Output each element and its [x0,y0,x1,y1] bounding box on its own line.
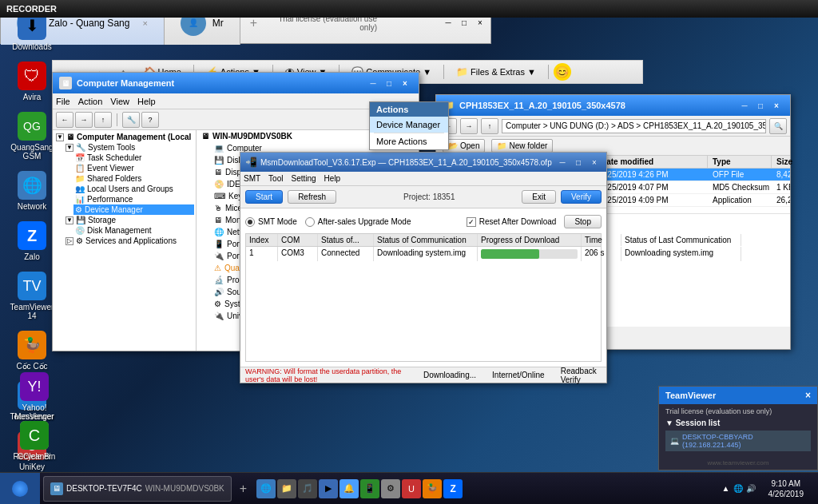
dt-aftersales-mode[interactable]: After-sales Upgrade Mode [305,217,411,227]
zalo-window-controls: ─ □ × [441,17,490,30]
address-path[interactable]: Computer > UNG DUNG (D:) > ADS > CPH1853… [502,119,766,133]
tree-expand-root[interactable]: ▼ [56,133,64,141]
download-tool-icon: 📲 [245,157,257,168]
download-tool-menubar: SMT Tool Setting Help [240,172,606,186]
dt-menu-setting[interactable]: Setting [291,174,316,183]
taskbar-app8-icon[interactable]: U [402,479,421,498]
tree-shared-folders[interactable]: 📁Shared Folders [73,173,194,184]
dt-menu-help[interactable]: Help [324,174,341,183]
taskbar-app4-icon[interactable]: ▶ [319,479,338,498]
desktop-icon-ccleaner[interactable]: C CCleaner [6,418,62,464]
tree-storage[interactable]: ▼ 💾 Storage [64,215,194,225]
tb-forward[interactable]: → [75,112,93,128]
dt-maximize[interactable]: □ [571,156,586,169]
dt-reset-checkbox[interactable]: ✓ [467,217,476,227]
zalo-tab-close-1[interactable]: × [142,18,147,28]
tree-device-manager[interactable]: ⚙Device Manager [73,204,194,215]
comp-mgmt-maximize[interactable]: □ [382,77,396,89]
dt-minimize[interactable]: ─ [555,156,570,169]
taskbar-app9-icon[interactable]: 🦆 [423,479,442,498]
avira-icon-label: Avira [23,93,42,101]
dt-start-btn[interactable]: Start [245,190,283,204]
tree-expand-system[interactable]: ▼ [66,144,73,152]
comp-mgmt-tree[interactable]: ▼ 🖥 Computer Management (Local ▼ 🔧 Syste… [53,130,197,351]
actions-panel-device-manager[interactable]: Device Manager [370,117,448,133]
taskbar-app3-icon[interactable]: 🎵 [298,479,317,498]
dt-menu-smt[interactable]: SMT [244,174,260,183]
teamviewer14-icon-label: TeamViewer 14 [7,303,57,320]
fe-maximize[interactable]: □ [753,99,768,112]
fe-minimize[interactable]: ─ [737,99,752,112]
tree-task-scheduler[interactable]: 📅Task Scheduler [73,153,194,163]
fe-open-btn[interactable]: 📂 Open [443,139,485,153]
taskbar-app6-icon[interactable]: 📱 [360,479,379,498]
qgsm-icon: QG [18,112,46,141]
taskbar-newtab[interactable]: + [233,482,253,496]
tree-services-apps[interactable]: ▷ ⚙ Services and Applications [64,236,194,246]
dt-status-downloading: Downloading... [423,371,476,379]
files-extras-btn[interactable]: 📁 Files & Extras ▼ [449,64,543,80]
tree-performance[interactable]: 📊Performance [73,194,194,204]
tree-expand-services[interactable]: ▷ [66,237,73,245]
actions-panel-more[interactable]: More Actions [370,133,448,149]
tv-session-item[interactable]: 💻 DESKTOP-CBBYARD (192.168.221.445) [665,431,811,451]
taskbar-time[interactable]: 9:10 AM 4/26/2019 [762,478,811,499]
dt-exit-btn[interactable]: Exit [522,190,556,204]
comp-mgmt-menu-action[interactable]: Action [78,97,103,106]
dt-smt-radio[interactable] [245,217,255,227]
comp-mgmt-menu-help[interactable]: Help [137,97,156,106]
comp-mgmt-menu-file[interactable]: File [56,97,70,106]
tb-properties[interactable]: 🔧 [122,112,140,128]
fe-close[interactable]: × [769,99,784,112]
comp-mgmt-close[interactable]: × [398,77,412,89]
smiley-btn[interactable]: 😊 [554,63,571,81]
separator-5 [548,65,549,79]
comp-mgmt-menu-view[interactable]: View [110,97,129,106]
tree-local-users[interactable]: 👥Local Users and Groups [73,184,194,194]
tree-disk-mgmt[interactable]: 💿Disk Management [73,225,194,236]
zalo-close-btn[interactable]: × [473,17,487,30]
col-size[interactable]: Size [772,156,818,168]
tree-event-viewer[interactable]: 📋Event Viewer [73,163,194,173]
zalo-maximize-btn[interactable]: □ [457,17,471,30]
dt-menu-tool[interactable]: Tool [268,174,283,183]
dt-aftersales-radio[interactable] [305,217,315,227]
tree-expand-storage[interactable]: ▼ [66,216,73,224]
zalo-minimize-btn[interactable]: ─ [441,17,455,30]
tree-system-tools[interactable]: ▼ 🔧 System Tools [64,142,194,153]
col-modified[interactable]: Date modified [596,156,708,168]
fe-search[interactable]: 🔍 [769,118,787,134]
fe-up[interactable]: ↑ [481,118,498,134]
taskbar-items: 🖥 DESKTOP-TEV7F4C WIN-MU9DMDVS0BK + 🌐 📁 … [40,473,716,504]
col-type[interactable]: Type [708,156,772,168]
taskbar-explorer-icon[interactable]: 📁 [277,479,296,498]
taskbar-item-desktop1[interactable]: 🖥 DESKTOP-TEV7F4C WIN-MU9DMDVS0BK [43,476,232,502]
dt-reset-option[interactable]: ✓ Reset After Download [467,217,557,227]
dt-stop-btn[interactable]: Stop [564,215,602,228]
dt-close[interactable]: × [587,156,602,169]
dt-smt-mode[interactable]: SMT Mode [245,217,297,227]
tray-up-arrow[interactable]: ▲ [722,484,730,493]
taskbar-zalo-tray-icon[interactable]: Z [443,479,463,498]
file-size-3: 26,282 KB [772,194,790,206]
taskbar-app7-icon[interactable]: ⚙ [381,479,400,498]
fe-new-folder-btn[interactable]: 📁 New folder [491,139,553,153]
tv-popup-header: TeamViewer × [659,387,817,404]
taskbar-ie-icon[interactable]: 🌐 [256,479,276,498]
dt-verify-btn[interactable]: Verify [561,190,602,204]
tv-session-list-header[interactable]: ▼ Session list [665,415,811,429]
start-button[interactable] [0,473,40,505]
tb-help[interactable]: ? [141,112,159,128]
zalo-new-tab[interactable]: + [240,16,267,30]
dt-refresh-btn[interactable]: Refresh [288,190,336,204]
dt-cell-progress-1 [478,247,582,261]
tv-popup-close-btn[interactable]: × [805,390,811,401]
desktop-icon-yahoo[interactable]: Y! Yahoo! Messenger [6,369,62,424]
tb-up[interactable]: ↑ [94,112,112,128]
tree-root[interactable]: ▼ 🖥 Computer Management (Local [54,132,194,142]
comp-mgmt-minimize[interactable]: ─ [366,77,380,89]
taskbar-app5-icon[interactable]: 🔔 [340,479,359,498]
fe-forward[interactable]: → [460,118,478,134]
dt-table-row-1[interactable]: 1 COM3 Connected Downloading system.img … [246,247,601,261]
tb-back[interactable]: ← [56,112,73,128]
